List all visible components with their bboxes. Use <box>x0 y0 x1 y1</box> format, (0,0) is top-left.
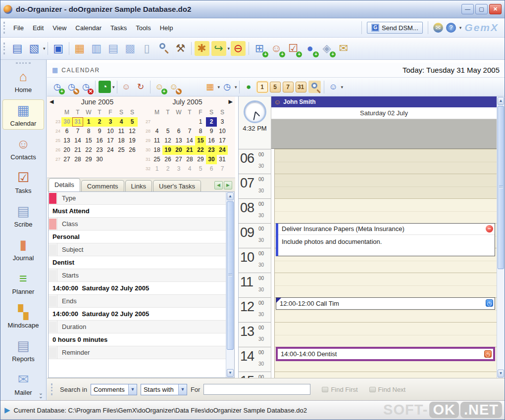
menu-file[interactable]: File <box>9 22 28 34</box>
day-cell[interactable]: 22 <box>83 145 94 155</box>
detail-value-row[interactable]: 14:00:00 Saturday 02 July 2005 <box>49 308 226 321</box>
sidebar-item-scribe[interactable]: ▤Scribe <box>2 200 44 231</box>
tab-scroll-left-icon[interactable]: ◀ <box>214 181 223 189</box>
day-cell[interactable]: 12 <box>127 127 138 136</box>
add-web-link-icon[interactable]: ●+ <box>303 41 317 56</box>
owner-bar[interactable]: ☺ John Smith <box>271 96 497 107</box>
hour-row-13[interactable] <box>271 322 497 347</box>
day-cell[interactable]: 3 <box>217 117 228 127</box>
day-cell[interactable]: 30 <box>94 155 105 164</box>
day-cell[interactable]: 29 <box>195 155 206 164</box>
day-cell[interactable]: 12 <box>162 136 173 145</box>
time-grid[interactable]: Deliver Insurance Papers (Meta Insurance… <box>271 149 497 378</box>
trash-icon[interactable]: ▯ <box>140 41 154 56</box>
refresh-database-icon-caret[interactable]: ▾ <box>43 46 46 51</box>
day-cell[interactable]: 6 <box>206 164 217 174</box>
appointment[interactable]: 14:00-14:00 Dentist◷ <box>276 347 495 361</box>
day-cell[interactable]: 13 <box>173 136 184 145</box>
menu-tasks[interactable]: Tasks <box>106 22 131 34</box>
sidebar-grip[interactable] <box>16 62 31 64</box>
edit-reminder-icon[interactable]: ☺✎ <box>168 81 180 93</box>
day-cell[interactable]: 6 <box>173 127 184 136</box>
day-cell[interactable]: 7 <box>217 164 228 174</box>
clock-orange-icon[interactable]: ◷ <box>484 350 492 358</box>
day-cell[interactable]: 1 <box>152 164 162 174</box>
day-cell[interactable]: 18 <box>152 145 162 155</box>
day-cell[interactable]: 1 <box>195 117 206 127</box>
day-cell[interactable]: 28 <box>184 155 195 164</box>
scroll-down-icon[interactable]: ▼ <box>498 370 504 377</box>
day-cell[interactable]: 6 <box>61 127 72 136</box>
delete-note-icon[interactable]: ⊖ <box>231 41 246 56</box>
day-cell[interactable]: 8 <box>83 127 94 136</box>
email-icon[interactable]: ✉ <box>336 41 351 56</box>
today-icon[interactable]: ● <box>243 81 255 93</box>
stop-icon[interactable]: − <box>486 225 493 233</box>
search-icon[interactable] <box>156 41 171 56</box>
day-cell[interactable]: 21 <box>184 145 195 155</box>
day-cell[interactable]: 31 <box>217 155 228 164</box>
appointment[interactable]: Deliver Insurance Papers (Meta Insurance… <box>276 223 495 256</box>
maximize-button[interactable]: ▢ <box>475 4 488 14</box>
scrollbar-thumb[interactable] <box>498 106 504 269</box>
day-cell[interactable]: 26 <box>162 155 173 164</box>
timescale-icon-caret[interactable]: ▾ <box>235 85 237 90</box>
clock-blue-icon[interactable]: ◷ <box>486 299 493 307</box>
week-view-button[interactable]: 7 <box>283 82 294 93</box>
detail-label-row[interactable]: Class <box>49 218 226 231</box>
detail-label-row[interactable]: Duration <box>49 321 226 333</box>
search-field-select[interactable]: Comments ▼ <box>91 384 137 395</box>
week-view-icon[interactable]: ▤ <box>106 41 121 56</box>
refresh-database-icon[interactable]: ▧ <box>27 41 42 56</box>
day-cell[interactable]: 17 <box>217 136 228 145</box>
day-cell[interactable]: 27 <box>173 155 184 164</box>
tab-user-s-tasks[interactable]: User's Tasks <box>153 180 201 191</box>
day-cell[interactable]: 28 <box>72 155 83 164</box>
day-cell[interactable]: 5 <box>162 127 173 136</box>
sidebar-item-mailer[interactable]: ✉Mailer <box>2 369 44 399</box>
scroll-up-icon[interactable]: ▲ <box>227 192 234 200</box>
day-cell[interactable]: 30 <box>206 155 217 164</box>
find-appointments-icon[interactable] <box>308 81 321 93</box>
planner-view-icon[interactable]: ▥ <box>89 41 104 56</box>
day-cell[interactable]: 10 <box>217 127 228 136</box>
day-cell[interactable]: 30 <box>61 117 72 127</box>
day-cell[interactable]: 2 <box>206 117 217 127</box>
sidebar-item-calendar[interactable]: ▦Calendar <box>2 99 44 130</box>
add-password-icon[interactable]: ◈+ <box>319 41 334 56</box>
hour-row-15[interactable] <box>271 372 497 378</box>
sidebar-collapse-chevrons-icon[interactable]: ⌄⌄ <box>39 391 43 398</box>
tab-comments[interactable]: Comments <box>81 180 124 191</box>
day-cell[interactable]: 14 <box>72 136 83 145</box>
menu-edit[interactable]: Edit <box>28 22 48 34</box>
hour-row-07[interactable] <box>271 174 497 198</box>
day-cell[interactable]: 3 <box>173 164 184 174</box>
detail-label-row[interactable]: Subject <box>49 243 226 256</box>
send-dsm-button[interactable]: G Send DSM... <box>367 22 423 34</box>
hour-row-11[interactable] <box>271 273 497 297</box>
hour-row-08[interactable] <box>271 198 497 223</box>
calendar-view-icon[interactable]: ▦ <box>72 41 87 56</box>
chevron-down-icon[interactable]: ▼ <box>128 384 137 395</box>
open-database-icon[interactable]: ▤ <box>10 41 25 56</box>
add-task-icon[interactable]: ☑+ <box>286 41 301 56</box>
edit-appointment-icon[interactable]: ◷✎ <box>65 81 78 93</box>
help-icon[interactable]: ? <box>446 23 456 33</box>
detail-label-row[interactable]: Starts <box>49 269 226 282</box>
day-cell[interactable]: 8 <box>195 127 206 136</box>
day-cell[interactable]: 4 <box>116 117 127 127</box>
toolbar-grip[interactable] <box>3 43 6 54</box>
searchbar-grip[interactable] <box>51 383 53 395</box>
day-cell[interactable]: 24 <box>105 145 116 155</box>
calendar-mode-icon[interactable]: ▦ <box>204 81 216 93</box>
sidebar-item-mindscape[interactable]: ▚Mindscape <box>2 301 44 331</box>
save-icon[interactable]: ▣ <box>51 41 66 56</box>
day-view-button[interactable]: 1 <box>257 82 268 93</box>
detail-label-row[interactable]: Ends <box>49 295 226 308</box>
timer-icon[interactable]: ◔ <box>99 81 111 93</box>
day-cell[interactable]: 25 <box>116 145 127 155</box>
day-cell[interactable]: 24 <box>217 145 228 155</box>
day-cell[interactable]: 4 <box>152 127 162 136</box>
close-button[interactable]: ✕ <box>489 4 502 14</box>
new-note-icon[interactable]: ✱ <box>195 41 209 56</box>
